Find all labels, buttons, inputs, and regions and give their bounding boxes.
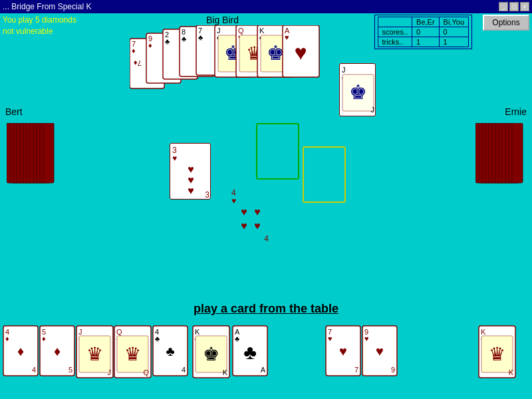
svg-rect-64	[512, 123, 523, 183]
svg-text:♥: ♥	[254, 220, 261, 231]
svg-text:♥: ♥	[188, 185, 194, 196]
svg-text:♥: ♥	[285, 33, 289, 41]
svg-text:♥: ♥	[295, 41, 307, 65]
tricks-bebi: 1	[412, 37, 440, 47]
close-button[interactable]: ×	[520, 2, 529, 11]
svg-text:A: A	[261, 366, 266, 374]
tricks-label: tricks..	[378, 37, 412, 47]
score-header-bebi	[378, 17, 412, 27]
svg-text:Q: Q	[143, 368, 149, 376]
score-bebi: 0	[412, 27, 440, 37]
vulnerability-text: not vulnerable	[3, 26, 76, 37]
bigbird-label: Big Bird	[206, 15, 239, 25]
svg-text:♚: ♚	[203, 344, 219, 364]
svg-text:♥: ♥	[339, 344, 347, 358]
svg-text:♥: ♥	[364, 334, 369, 342]
bert-label: Bert	[5, 106, 23, 117]
titlebar: ... Bridge From Special K _ □ ×	[0, 0, 532, 13]
svg-text:7♦: 7♦	[134, 59, 142, 67]
svg-text:J: J	[108, 368, 112, 376]
svg-text:♦: ♦	[148, 41, 152, 49]
svg-text:♥: ♥	[188, 174, 194, 186]
svg-text:♦: ♦	[5, 334, 9, 342]
svg-text:♦: ♦	[54, 344, 61, 358]
window-controls: _ □ ×	[499, 2, 529, 11]
hand-card-kd[interactable]: K ♦ ♛ K	[479, 326, 515, 378]
hand-card-7h[interactable]: 7 ♥ ♥ 7	[326, 326, 360, 376]
svg-text:♛: ♛	[86, 344, 103, 364]
score-header-biyou2: Bi,You	[439, 17, 468, 27]
hand-card-ac[interactable]: A ♣ ♣ A	[233, 326, 267, 376]
bigbird-jack-card: J ♠ ♚ J	[339, 63, 376, 116]
title-text: ... Bridge From Special K	[3, 2, 91, 11]
svg-text:♥: ♥	[328, 334, 332, 342]
game-info: You play 5 diamonds not vulnerable	[3, 15, 76, 37]
score-header-biyou: Be,Er	[412, 17, 440, 27]
svg-text:♥: ♥	[376, 344, 384, 358]
hand-card-kc[interactable]: K ♣ ♚ K	[193, 326, 229, 378]
svg-text:♥: ♥	[241, 220, 247, 231]
svg-text:♣: ♣	[166, 344, 174, 358]
played-card-3h[interactable]: 3 ♥ ♥ ♥ ♥ 3	[170, 143, 211, 200]
svg-text:♦: ♦	[17, 344, 24, 358]
bert-cards-stack	[7, 123, 57, 209]
svg-text:♣: ♣	[198, 33, 203, 41]
hand-card-4c[interactable]: 4 ♣ ♣ 4	[153, 326, 188, 376]
bert-hand	[7, 123, 57, 209]
ernie-label: Ernie	[505, 106, 527, 117]
played-card-4h[interactable]: 4 ♥ ♥ ♥ ♥ ♥ 4	[229, 186, 271, 247]
options-button[interactable]: Options	[483, 15, 529, 31]
svg-text:♥: ♥	[254, 206, 261, 217]
svg-text:5: 5	[68, 366, 72, 374]
svg-text:K: K	[223, 368, 228, 376]
svg-text:♛: ♛	[489, 344, 505, 364]
svg-text:4: 4	[264, 234, 269, 243]
svg-rect-52	[43, 123, 54, 183]
svg-text:♣: ♣	[155, 334, 160, 342]
played-card-slot-top	[256, 123, 299, 180]
svg-text:♥: ♥	[241, 206, 247, 217]
maximize-button[interactable]: □	[509, 2, 519, 11]
svg-text:7: 7	[354, 366, 358, 374]
scoreboard: Be,Er Bi,You scores.. 0 0 tricks.. 1 1	[374, 15, 472, 49]
svg-text:4: 4	[182, 366, 186, 374]
svg-text:♣: ♣	[165, 37, 170, 45]
svg-text:♚: ♚	[267, 42, 285, 64]
svg-text:♥: ♥	[188, 164, 194, 175]
svg-text:♛: ♛	[124, 344, 141, 364]
svg-text:K: K	[509, 368, 514, 376]
played-card-slot-right	[303, 146, 346, 203]
status-text: play a card from the table	[0, 302, 532, 316]
hand-card-qd[interactable]: Q ♦ ♛ Q	[114, 326, 151, 378]
svg-text:3: 3	[205, 190, 209, 200]
svg-text:J: J	[371, 106, 375, 114]
svg-text:9: 9	[391, 366, 395, 374]
tricks-biyou: 1	[439, 37, 468, 47]
hand-card-5d[interactable]: 5 ♦ ♦ 5	[40, 326, 74, 376]
svg-text:♣: ♣	[182, 35, 186, 43]
svg-text:4: 4	[32, 366, 36, 374]
svg-text:♚: ♚	[349, 81, 367, 103]
bottom-hand: 4 ♦ ♦ 4 5 ♦ ♦ 5 J ♦ ♛ J Q ♦ ♛	[0, 319, 532, 399]
hand-card-jd[interactable]: J ♦ ♛ J	[76, 326, 113, 378]
minimize-button[interactable]: _	[499, 2, 508, 11]
svg-text:♣: ♣	[235, 334, 239, 342]
hand-card-4d[interactable]: 4 ♦ ♦ 4	[3, 326, 38, 376]
svg-text:♣: ♣	[243, 341, 257, 363]
svg-text:♦: ♦	[42, 334, 46, 342]
svg-text:♥: ♥	[172, 154, 177, 163]
svg-text:♦: ♦	[132, 47, 136, 55]
scores-label: scores..	[378, 27, 412, 37]
svg-text:♥: ♥	[231, 196, 236, 205]
hand-card-9h[interactable]: 9 ♥ ♥ 9	[362, 326, 397, 376]
ernie-hand	[475, 123, 525, 209]
contract-text: You play 5 diamonds	[3, 15, 76, 26]
score-biyou: 0	[439, 27, 468, 37]
ernie-cards-stack	[475, 123, 525, 209]
